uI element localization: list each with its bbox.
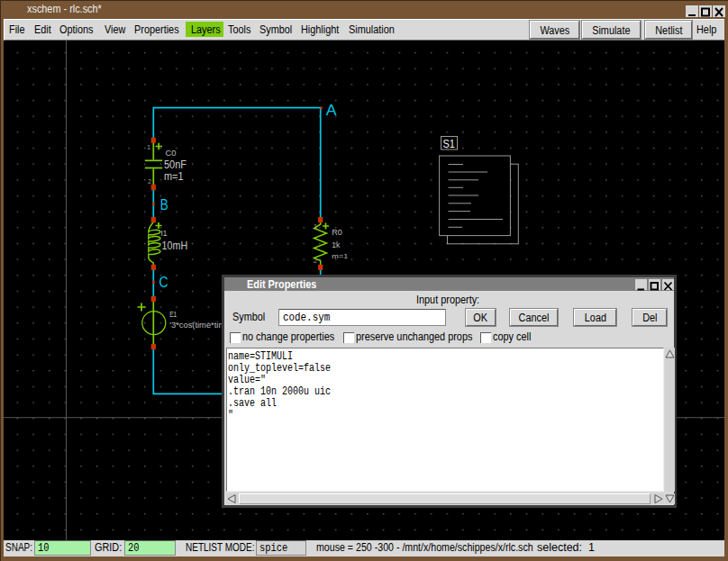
svg-text:A: A <box>326 102 337 119</box>
svg-text:I1: I1 <box>161 229 168 238</box>
svg-text:S1: S1 <box>443 138 456 150</box>
svg-text:R0: R0 <box>332 228 342 237</box>
svg-text:'3*cos(time*tim: '3*cos(time*tim <box>169 321 225 330</box>
svg-text:m=1: m=1 <box>164 170 184 183</box>
svg-text:2: 2 <box>148 177 151 185</box>
svg-text:10mH: 10mH <box>162 240 188 252</box>
svg-text:C0: C0 <box>165 149 176 158</box>
svg-text:C: C <box>159 274 168 291</box>
svg-text:1k: 1k <box>332 240 340 249</box>
svg-text:m=1: m=1 <box>332 252 349 260</box>
svg-text:B: B <box>160 196 168 213</box>
svg-text:1: 1 <box>147 143 150 151</box>
svg-text:E1: E1 <box>169 310 177 319</box>
svg-text:2: 2 <box>314 257 317 265</box>
svg-text:50nF: 50nF <box>164 158 187 171</box>
svg-text:1: 1 <box>314 222 317 231</box>
